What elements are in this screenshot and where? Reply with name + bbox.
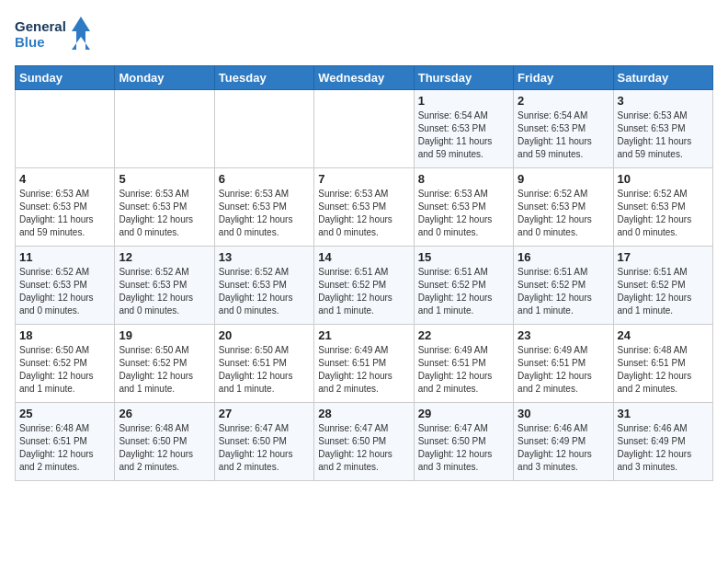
day-info: Sunrise: 6:47 AM Sunset: 6:50 PM Dayligh… — [318, 422, 409, 474]
day-info: Sunrise: 6:52 AM Sunset: 6:53 PM Dayligh… — [618, 188, 709, 239]
calendar-cell: 31Sunrise: 6:46 AM Sunset: 6:49 PM Dayli… — [613, 403, 712, 481]
day-number: 8 — [418, 172, 509, 186]
logo: General Blue — [15, 15, 97, 56]
day-number: 29 — [418, 407, 509, 420]
calendar-table: SundayMondayTuesdayWednesdayThursdayFrid… — [15, 65, 713, 481]
calendar-week-3: 11Sunrise: 6:52 AM Sunset: 6:53 PM Dayli… — [16, 247, 713, 325]
day-info: Sunrise: 6:54 AM Sunset: 6:53 PM Dayligh… — [518, 109, 609, 161]
calendar-cell — [314, 90, 414, 168]
day-info: Sunrise: 6:46 AM Sunset: 6:49 PM Dayligh… — [518, 422, 609, 474]
dow-header-wednesday: Wednesday — [314, 66, 414, 90]
day-number: 9 — [518, 172, 609, 186]
calendar-cell — [115, 90, 214, 168]
day-number: 7 — [318, 172, 409, 186]
calendar-cell: 8Sunrise: 6:53 AM Sunset: 6:53 PM Daylig… — [414, 168, 513, 247]
calendar-cell: 17Sunrise: 6:51 AM Sunset: 6:52 PM Dayli… — [613, 247, 712, 325]
day-info: Sunrise: 6:53 AM Sunset: 6:53 PM Dayligh… — [119, 188, 210, 239]
day-number: 10 — [618, 172, 709, 186]
calendar-cell: 7Sunrise: 6:53 AM Sunset: 6:53 PM Daylig… — [314, 168, 414, 247]
day-info: Sunrise: 6:53 AM Sunset: 6:53 PM Dayligh… — [318, 188, 409, 239]
calendar-cell: 25Sunrise: 6:48 AM Sunset: 6:51 PM Dayli… — [16, 403, 115, 481]
calendar-cell: 12Sunrise: 6:52 AM Sunset: 6:53 PM Dayli… — [115, 247, 214, 325]
calendar-cell: 15Sunrise: 6:51 AM Sunset: 6:52 PM Dayli… — [414, 247, 513, 325]
calendar-cell: 6Sunrise: 6:53 AM Sunset: 6:53 PM Daylig… — [214, 168, 313, 247]
day-number: 16 — [518, 250, 609, 264]
day-number: 19 — [119, 328, 210, 342]
day-number: 24 — [618, 328, 709, 342]
day-info: Sunrise: 6:52 AM Sunset: 6:53 PM Dayligh… — [119, 266, 210, 317]
calendar-cell — [16, 90, 115, 168]
day-number: 12 — [119, 250, 210, 264]
day-number: 13 — [219, 250, 310, 264]
day-info: Sunrise: 6:52 AM Sunset: 6:53 PM Dayligh… — [518, 188, 609, 239]
calendar-cell: 24Sunrise: 6:48 AM Sunset: 6:51 PM Dayli… — [613, 325, 712, 403]
calendar-cell: 10Sunrise: 6:52 AM Sunset: 6:53 PM Dayli… — [613, 168, 712, 247]
day-info: Sunrise: 6:49 AM Sunset: 6:51 PM Dayligh… — [518, 344, 609, 396]
day-number: 3 — [618, 94, 709, 108]
day-number: 15 — [418, 250, 509, 264]
calendar-body: 1Sunrise: 6:54 AM Sunset: 6:53 PM Daylig… — [16, 90, 713, 481]
calendar-cell: 14Sunrise: 6:51 AM Sunset: 6:52 PM Dayli… — [314, 247, 414, 325]
day-info: Sunrise: 6:53 AM Sunset: 6:53 PM Dayligh… — [19, 188, 110, 239]
day-info: Sunrise: 6:53 AM Sunset: 6:53 PM Dayligh… — [418, 188, 509, 239]
calendar-cell: 23Sunrise: 6:49 AM Sunset: 6:51 PM Dayli… — [514, 325, 613, 403]
calendar-cell: 5Sunrise: 6:53 AM Sunset: 6:53 PM Daylig… — [115, 168, 214, 247]
day-info: Sunrise: 6:48 AM Sunset: 6:51 PM Dayligh… — [618, 344, 709, 396]
day-number: 18 — [19, 328, 110, 342]
day-number: 30 — [518, 407, 609, 420]
day-number: 2 — [518, 94, 609, 108]
calendar-cell: 11Sunrise: 6:52 AM Sunset: 6:53 PM Dayli… — [16, 247, 115, 325]
day-number: 21 — [318, 328, 409, 342]
day-info: Sunrise: 6:48 AM Sunset: 6:51 PM Dayligh… — [19, 422, 110, 474]
day-info: Sunrise: 6:49 AM Sunset: 6:51 PM Dayligh… — [318, 344, 409, 396]
day-info: Sunrise: 6:46 AM Sunset: 6:49 PM Dayligh… — [618, 422, 709, 474]
calendar-cell: 9Sunrise: 6:52 AM Sunset: 6:53 PM Daylig… — [514, 168, 613, 247]
day-number: 26 — [119, 407, 210, 420]
day-number: 23 — [518, 328, 609, 342]
day-info: Sunrise: 6:50 AM Sunset: 6:52 PM Dayligh… — [19, 344, 110, 396]
calendar-cell: 1Sunrise: 6:54 AM Sunset: 6:53 PM Daylig… — [414, 90, 513, 168]
calendar-week-5: 25Sunrise: 6:48 AM Sunset: 6:51 PM Dayli… — [16, 403, 713, 481]
calendar-cell: 30Sunrise: 6:46 AM Sunset: 6:49 PM Dayli… — [514, 403, 613, 481]
calendar-cell: 22Sunrise: 6:49 AM Sunset: 6:51 PM Dayli… — [414, 325, 513, 403]
day-info: Sunrise: 6:52 AM Sunset: 6:53 PM Dayligh… — [19, 266, 110, 317]
day-number: 4 — [19, 172, 110, 186]
day-number: 22 — [418, 328, 509, 342]
day-number: 6 — [219, 172, 310, 186]
calendar-cell: 19Sunrise: 6:50 AM Sunset: 6:52 PM Dayli… — [115, 325, 214, 403]
calendar-week-4: 18Sunrise: 6:50 AM Sunset: 6:52 PM Dayli… — [16, 325, 713, 403]
svg-text:General: General — [15, 18, 66, 34]
calendar-week-2: 4Sunrise: 6:53 AM Sunset: 6:53 PM Daylig… — [16, 168, 713, 247]
day-info: Sunrise: 6:50 AM Sunset: 6:51 PM Dayligh… — [219, 344, 310, 396]
day-number: 20 — [219, 328, 310, 342]
day-info: Sunrise: 6:49 AM Sunset: 6:51 PM Dayligh… — [418, 344, 509, 396]
day-info: Sunrise: 6:51 AM Sunset: 6:52 PM Dayligh… — [618, 266, 709, 317]
days-of-week-row: SundayMondayTuesdayWednesdayThursdayFrid… — [16, 66, 713, 90]
day-info: Sunrise: 6:50 AM Sunset: 6:52 PM Dayligh… — [119, 344, 210, 396]
day-info: Sunrise: 6:51 AM Sunset: 6:52 PM Dayligh… — [318, 266, 409, 317]
calendar-cell: 28Sunrise: 6:47 AM Sunset: 6:50 PM Dayli… — [314, 403, 414, 481]
svg-marker-2 — [72, 17, 90, 50]
dow-header-saturday: Saturday — [613, 66, 712, 90]
day-info: Sunrise: 6:48 AM Sunset: 6:50 PM Dayligh… — [119, 422, 210, 474]
calendar-cell: 29Sunrise: 6:47 AM Sunset: 6:50 PM Dayli… — [414, 403, 513, 481]
dow-header-tuesday: Tuesday — [214, 66, 313, 90]
day-info: Sunrise: 6:53 AM Sunset: 6:53 PM Dayligh… — [219, 188, 310, 239]
day-number: 14 — [318, 250, 409, 264]
calendar-cell — [214, 90, 313, 168]
calendar-cell: 3Sunrise: 6:53 AM Sunset: 6:53 PM Daylig… — [613, 90, 712, 168]
calendar-cell: 2Sunrise: 6:54 AM Sunset: 6:53 PM Daylig… — [514, 90, 613, 168]
calendar-cell: 18Sunrise: 6:50 AM Sunset: 6:52 PM Dayli… — [16, 325, 115, 403]
logo-svg: General Blue — [15, 15, 97, 56]
page-header: General Blue — [15, 15, 713, 56]
day-info: Sunrise: 6:47 AM Sunset: 6:50 PM Dayligh… — [219, 422, 310, 474]
day-number: 17 — [618, 250, 709, 264]
day-number: 28 — [318, 407, 409, 420]
dow-header-sunday: Sunday — [16, 66, 115, 90]
day-info: Sunrise: 6:52 AM Sunset: 6:53 PM Dayligh… — [219, 266, 310, 317]
dow-header-friday: Friday — [514, 66, 613, 90]
calendar-cell: 4Sunrise: 6:53 AM Sunset: 6:53 PM Daylig… — [16, 168, 115, 247]
dow-header-thursday: Thursday — [414, 66, 513, 90]
calendar-cell: 13Sunrise: 6:52 AM Sunset: 6:53 PM Dayli… — [214, 247, 313, 325]
day-number: 31 — [618, 407, 709, 420]
